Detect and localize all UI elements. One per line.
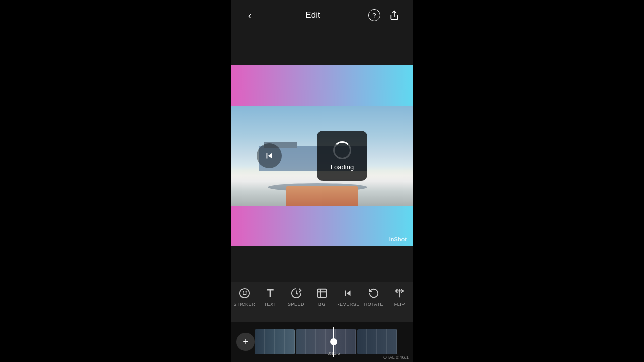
- sticker-label: STICKER: [233, 302, 255, 307]
- speed-label: SPEED: [288, 302, 304, 307]
- toolbar: STICKER T TEXT SPEED: [231, 282, 413, 322]
- reverse-label: REVERSE: [336, 302, 360, 307]
- back-button[interactable]: ‹: [242, 7, 258, 23]
- text-icon: T: [267, 287, 273, 300]
- timeline: + 0:11.5 TOTAL 0:46.1: [231, 322, 413, 362]
- gradient-top-bar: [231, 65, 413, 106]
- toolbar-item-sticker[interactable]: STICKER: [232, 287, 257, 307]
- page-title: Edit: [305, 10, 320, 20]
- toolbar-item-bg[interactable]: BG: [309, 287, 335, 307]
- share-button[interactable]: [386, 7, 403, 23]
- bg-icon: [316, 287, 328, 300]
- add-clip-button[interactable]: +: [236, 333, 255, 351]
- toolbar-item-reverse[interactable]: REVERSE: [335, 287, 360, 307]
- svg-point-1: [240, 289, 249, 298]
- hand: [286, 186, 358, 206]
- video-scene: Loading: [231, 106, 413, 206]
- timeline-track[interactable]: 0:11.5: [255, 327, 413, 357]
- playhead[interactable]: [333, 327, 334, 357]
- toolbar-item-flip[interactable]: FLIP: [387, 287, 412, 307]
- help-button[interactable]: ?: [368, 9, 380, 21]
- app-container: ‹ Edit ?: [231, 0, 413, 362]
- skip-back-button[interactable]: [257, 143, 282, 168]
- flip-icon: [394, 287, 405, 300]
- bg-label: BG: [318, 302, 326, 307]
- toolbar-item-speed[interactable]: SPEED: [284, 287, 309, 307]
- loading-overlay: Loading: [317, 131, 367, 181]
- video-frame: Loading InShot: [231, 65, 413, 246]
- loading-text: Loading: [331, 163, 354, 171]
- text-label: TEXT: [264, 302, 277, 307]
- playhead-dot: [330, 338, 337, 345]
- header: ‹ Edit ?: [231, 0, 413, 30]
- watermark: InShot: [389, 236, 407, 242]
- clip-lines-1: [255, 329, 295, 354]
- timeline-clip-1[interactable]: [255, 329, 295, 354]
- toolbar-item-rotate[interactable]: ROTATE: [361, 287, 386, 307]
- reverse-icon: [342, 287, 353, 300]
- toolbar-item-text[interactable]: T TEXT: [258, 287, 283, 307]
- loading-spinner: [333, 141, 351, 159]
- flip-label: FLIP: [394, 302, 405, 307]
- clip-lines-2: [296, 329, 356, 354]
- rotate-icon: [368, 287, 379, 300]
- rotate-label: ROTATE: [364, 302, 383, 307]
- total-time: TOTAL 0:46.1: [381, 355, 409, 360]
- svg-rect-4: [318, 289, 327, 298]
- speed-icon: [291, 287, 302, 300]
- timeline-clip-2[interactable]: [296, 329, 356, 354]
- video-preview: Loading InShot: [231, 30, 413, 282]
- clip-lines-3: [357, 329, 397, 354]
- sticker-icon: [239, 287, 250, 300]
- timeline-clip-3[interactable]: [357, 329, 397, 354]
- gradient-bottom-bar: InShot: [231, 206, 413, 246]
